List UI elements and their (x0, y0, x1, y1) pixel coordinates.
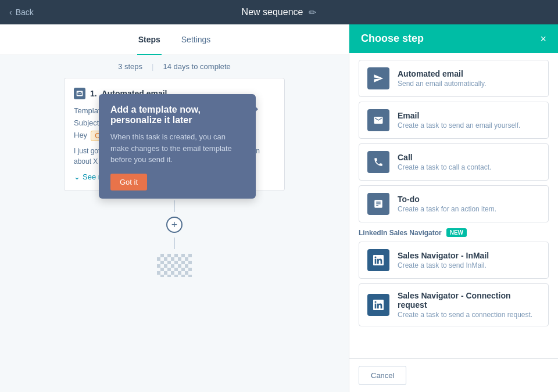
tab-steps[interactable]: Steps (137, 31, 162, 48)
back-label: Back (16, 8, 34, 17)
add-step-area: + (9, 200, 339, 277)
connector-line-2 (174, 238, 175, 249)
linkedin-icon (373, 255, 384, 265)
step-desc-automated-email: Send an email automatically. (398, 80, 487, 88)
step-name-inmail: Sales Navigator - InMail (398, 251, 489, 260)
right-panel-footer: Cancel (349, 358, 558, 392)
phone-icon (373, 157, 384, 167)
sequence-info: 3 steps | 14 days to complete (0, 55, 349, 78)
email-icon-bg (367, 109, 389, 131)
automated-email-icon-bg (367, 67, 389, 89)
step-list: Automated email Send an email automatica… (349, 53, 558, 358)
linkedin-connection-icon (373, 300, 384, 310)
left-panel: Steps Settings 3 steps | 14 days to comp… (0, 24, 349, 392)
step-name-todo: To-do (398, 195, 496, 204)
send-icon (373, 73, 384, 84)
top-navbar: ‹ Back New sequence ✏ (0, 0, 558, 24)
step-desc-inmail: Create a task to send InMail. (398, 261, 489, 269)
inmail-icon-bg (367, 249, 389, 271)
right-panel-title: Choose step (361, 33, 424, 45)
tooltip-popup: Add a template now, personalize it later… (99, 94, 256, 199)
connector-line (174, 200, 175, 212)
step-desc-call: Create a task to call a contact. (398, 163, 491, 171)
step-option-inmail[interactable]: Sales Navigator - InMail Create a task t… (359, 242, 549, 279)
subject-label: Subject: (74, 118, 101, 127)
step-name-call: Call (398, 153, 491, 162)
step-desc-email: Create a task to send an email yourself. (398, 121, 520, 130)
email-icon (373, 115, 384, 125)
hey-text: Hey (74, 131, 87, 141)
call-icon-bg (367, 151, 389, 173)
step-name-email: Email (398, 111, 520, 120)
back-chevron-icon: ‹ (9, 8, 12, 17)
step-option-connection-request[interactable]: Sales Navigator - Connection request Cre… (359, 283, 549, 326)
steps-count: 3 steps (118, 62, 142, 71)
main-area: Steps Settings 3 steps | 14 days to comp… (0, 24, 558, 392)
step-option-automated-email[interactable]: Automated email Send an email automatica… (359, 60, 549, 97)
placeholder-graphic (157, 254, 192, 277)
chevron-down-icon: ⌄ (74, 172, 80, 181)
tab-settings[interactable]: Settings (180, 31, 212, 48)
right-panel: Choose step × Automated email Send an em… (349, 24, 558, 392)
step-option-email[interactable]: Email Create a task to send an email you… (359, 102, 549, 139)
tabs-bar: Steps Settings (0, 24, 349, 55)
cancel-button[interactable]: Cancel (359, 366, 406, 385)
days-to-complete: 14 days to complete (163, 62, 230, 71)
edit-icon[interactable]: ✏ (309, 7, 316, 18)
page-title: New sequence ✏ (242, 7, 317, 18)
step-option-todo[interactable]: To-do Create a task for an action item. (359, 185, 549, 222)
back-button[interactable]: ‹ Back (9, 8, 34, 17)
got-it-button[interactable]: Got it (110, 174, 147, 190)
new-badge: NEW (446, 228, 467, 237)
close-button[interactable]: × (540, 34, 546, 44)
step-number: 1. (90, 89, 97, 98)
todo-icon-bg (367, 193, 389, 215)
connection-icon-bg (367, 294, 389, 316)
step-name-automated-email: Automated email (398, 69, 487, 78)
tooltip-title: Add a template now, personalize it later (110, 105, 244, 125)
add-step-button[interactable]: + (166, 217, 183, 233)
step-icon (74, 88, 85, 99)
step-desc-connection: Create a task to send a connection reque… (398, 311, 540, 319)
step-desc-todo: Create a task for an action item. (398, 205, 496, 213)
tooltip-body: When this task is created, you can make … (110, 131, 244, 166)
todo-icon (373, 199, 384, 209)
step-option-call[interactable]: Call Create a task to call a contact. (359, 143, 549, 181)
linkedin-section-label: LinkedIn Sales Navigator NEW (359, 228, 549, 237)
right-panel-header: Choose step × (349, 24, 558, 53)
step-name-connection: Sales Navigator - Connection request (398, 291, 540, 310)
